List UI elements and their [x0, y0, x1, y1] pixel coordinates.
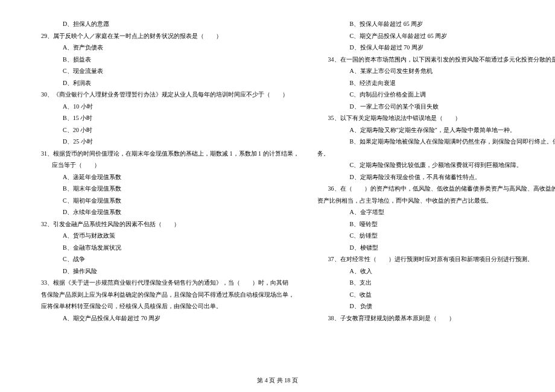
q36-option-d: D、梭镖型: [317, 242, 556, 254]
q35-option-c: C、定期寿险保险费比较低廉，少额地保费就可得到巨额地保障。: [317, 159, 556, 171]
q31-text: 31、根据货币的时间价值理论，在期末年金现值系数的基础上，期数减 1，系数加 1…: [30, 148, 299, 160]
q34-option-b: B、经济走向衰退: [317, 77, 556, 89]
q37-text: 37、在对经常性（ ）进行预测时应对原有项目和新增项目分别进行预测。: [317, 253, 556, 265]
q37-option-b: B、支出: [317, 277, 556, 289]
q37-option-c: C、收益: [317, 289, 556, 301]
q31-option-b: B、期末年金现值系数: [30, 183, 299, 195]
q32-option-c: C、战争: [30, 253, 299, 265]
q37-option-d: D、负债: [317, 300, 556, 312]
q33-option-a: A、期交产品投保人年龄超过 70 周岁: [30, 312, 299, 324]
right-column: B、投保人年龄超过 65 周岁 C、期交产品投保人年龄超过 65 周岁 D、投保…: [317, 18, 556, 324]
q36-option-b: B、哑铃型: [317, 218, 556, 230]
q35-text: 35、以下有关定期寿险地说法中错误地是（ ）: [317, 112, 556, 124]
q31-option-c: C、期初年金现值系数: [30, 195, 299, 207]
q31-option-a: A、递延年金现值系数: [30, 171, 299, 183]
q33-option-b: B、投保人年龄超过 65 周岁: [317, 18, 556, 30]
q33-text: 33、根据《关于进一步规范商业银行代理保险业务销售行为的通知》，当（ ）时，向其…: [30, 277, 299, 289]
q32-text: 32、引发金融产品系统性风险的因素不包括（ ）: [30, 218, 299, 230]
q35-option-b-cont: 务。: [317, 148, 556, 160]
q30-option-a: A、10 小时: [30, 101, 299, 113]
q35-option-a: A、定期寿险又称"定期生存保险"，是人寿险中最简单地一种。: [317, 124, 556, 136]
q34-option-d: D、一家上市公司的某个项目失败: [317, 101, 556, 113]
q33-text-cont1: 售保险产品原则上应为保单利益确定的保险产品，且保险合同不得通过系统自动核保现场出…: [30, 289, 299, 301]
q34-option-a: A、某家上市公司发生财务危机: [317, 65, 556, 77]
left-column: D、担保人的意愿 29、属于反映个人／家庭在某一时点上的财务状况的报表是（ ） …: [30, 18, 299, 324]
q30-option-d: D、25 小时: [30, 136, 299, 148]
q30-option-b: B、15 小时: [30, 112, 299, 124]
q33-option-d: D、投保人年龄超过 70 周岁: [317, 42, 556, 54]
q32-option-b: B、金融市场发展状况: [30, 242, 299, 254]
q36-text: 36、在（ ）的资产结构中，低风险、低收益的储蓄债券类资产与高风险、高收益的股票…: [317, 183, 556, 195]
q31-option-d: D、永续年金现值系数: [30, 206, 299, 218]
q35-option-b: B、如果定期寿险地被保险人在保险期满时仍然生存，则保险合同即行终止。保险人无给付…: [317, 136, 556, 148]
q29-option-d: D、利润表: [30, 77, 299, 89]
q29-option-b: B、损益表: [30, 54, 299, 66]
document-body: D、担保人的意愿 29、属于反映个人／家庭在某一时点上的财务状况的报表是（ ） …: [30, 18, 525, 324]
page-footer: 第 4 页 共 18 页: [0, 376, 555, 385]
q29-option-c: C、现金流量表: [30, 65, 299, 77]
q38-text: 38、子女教育理财规划的最基本原则是（ ）: [317, 312, 556, 324]
q33-option-c: C、期交产品投保人年龄超过 65 周岁: [317, 30, 556, 42]
q36-option-a: A、金字塔型: [317, 206, 556, 218]
q30-text: 30、《商业银行个人理财业务管理暂行办法》规定从业人员每年的培训时间应不少于（ …: [30, 89, 299, 101]
q29-option-a: A、资产负债表: [30, 42, 299, 54]
q32-option-d: D、操作风险: [30, 265, 299, 277]
q30-option-c: C、20 小时: [30, 124, 299, 136]
q35-option-d: D、定期寿险没有现金价值，不具有储蓄性特点。: [317, 171, 556, 183]
q34-option-c: C、肉制品行业价格全面上调: [317, 89, 556, 101]
q29-text: 29、属于反映个人／家庭在某一时点上的财务状况的报表是（ ）: [30, 30, 299, 42]
q32-option-a: A、货币与财政政策: [30, 230, 299, 242]
q36-text-cont: 资产比例相当，占主导地位，而中风险、中收益的资产占比最低。: [317, 195, 556, 207]
q34-text: 34、在一国的资本市场范围内，以下因素引发的投资风险不能通过多元化投资分散的是（…: [317, 54, 556, 66]
q33-text-cont2: 应将保单材料转至保险公司，经核保人员核保后，由保险公司出单。: [30, 300, 299, 312]
q31-text-cont: 应当等于（ ）: [30, 159, 299, 171]
q28-option-d: D、担保人的意愿: [30, 18, 299, 30]
q36-option-c: C、纺锤型: [317, 230, 556, 242]
q37-option-a: A、收入: [317, 265, 556, 277]
